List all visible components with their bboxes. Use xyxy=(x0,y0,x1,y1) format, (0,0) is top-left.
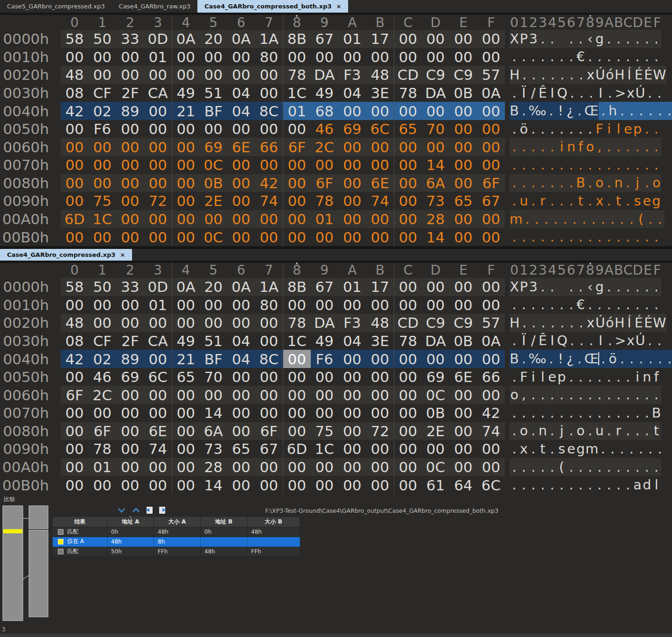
ascii-char[interactable]: . xyxy=(595,458,604,476)
ascii-char[interactable]: . xyxy=(585,156,595,174)
ascii-char[interactable]: . xyxy=(529,386,538,404)
ascii-char[interactable]: . xyxy=(655,84,664,102)
hex-byte[interactable]: 1A xyxy=(255,30,283,48)
ascii-char[interactable]: . xyxy=(567,156,576,174)
hex-byte[interactable]: 72 xyxy=(144,192,172,210)
hex-byte[interactable]: 00 xyxy=(227,48,255,66)
ascii-char[interactable]: ‹ xyxy=(585,30,595,48)
ascii-char[interactable]: . xyxy=(546,102,556,120)
hex-byte[interactable]: 42 xyxy=(61,350,89,368)
hex-byte[interactable]: 00 xyxy=(227,386,255,404)
ascii-char[interactable]: . xyxy=(576,278,585,296)
hex-byte[interactable]: 00 xyxy=(338,440,366,458)
hex-byte[interactable]: 58 xyxy=(61,30,89,48)
ascii-char[interactable]: . xyxy=(576,120,585,138)
hex-byte[interactable]: 00 xyxy=(255,120,283,138)
ascii-char[interactable]: . xyxy=(547,120,557,138)
ascii-char[interactable]: . xyxy=(519,102,528,120)
hex-byte[interactable]: 00 xyxy=(394,228,422,246)
goto-in-file-a-button[interactable] xyxy=(147,507,153,514)
ascii-char[interactable]: . xyxy=(529,48,538,66)
ascii-char[interactable]: . xyxy=(587,84,596,102)
hex-byte[interactable]: 00 xyxy=(311,156,339,174)
hex-byte[interactable]: CA xyxy=(144,84,172,102)
hex-byte[interactable]: 00 xyxy=(200,314,228,332)
ascii-char[interactable]: . xyxy=(623,296,633,314)
ascii-char[interactable]: . xyxy=(576,314,586,332)
previous-difference-button[interactable] xyxy=(132,507,140,513)
hex-byte[interactable]: 00 xyxy=(338,422,366,440)
hex-byte[interactable]: 00 xyxy=(144,102,172,120)
ascii-char[interactable]: o xyxy=(576,422,585,440)
hex-byte[interactable]: 00 xyxy=(449,386,477,404)
ascii-char[interactable]: . xyxy=(567,386,576,404)
hex-byte[interactable]: 00 xyxy=(144,174,172,192)
hex-byte[interactable]: 08 xyxy=(61,332,89,350)
ascii-char[interactable]: . xyxy=(567,30,576,48)
hex-byte[interactable]: 00 xyxy=(172,296,200,314)
ascii-char[interactable]: . xyxy=(623,368,633,386)
ascii-char[interactable]: . xyxy=(577,84,586,102)
hex-byte[interactable]: 00 xyxy=(144,458,172,476)
hex-byte[interactable]: 00 xyxy=(394,278,422,296)
ascii-char[interactable]: . xyxy=(651,228,661,246)
ascii-char[interactable]: s xyxy=(633,192,642,210)
hex-byte[interactable]: 00 xyxy=(172,66,200,84)
ascii-char[interactable]: . xyxy=(567,296,576,314)
ascii-char[interactable]: ‰ xyxy=(529,350,546,368)
hex-byte[interactable]: 00 xyxy=(449,120,477,138)
ascii-char[interactable]: . xyxy=(614,30,623,48)
ascii-char[interactable]: . xyxy=(576,386,585,404)
ascii-char[interactable]: . xyxy=(585,120,595,138)
hex-byte[interactable]: 00 xyxy=(283,350,311,368)
minimap-diff-marker[interactable] xyxy=(3,529,22,533)
hex-byte[interactable]: 00 xyxy=(394,458,422,476)
hex-byte[interactable]: 6C xyxy=(144,368,172,386)
ascii-char[interactable]: p xyxy=(633,120,642,138)
hex-byte[interactable]: 00 xyxy=(144,404,172,422)
ascii-char[interactable]: x xyxy=(586,66,595,84)
ascii-char[interactable]: 3 xyxy=(529,278,538,296)
hex-byte[interactable]: 00 xyxy=(394,368,422,386)
ascii-char[interactable]: . xyxy=(646,210,655,228)
hex-byte[interactable]: 00 xyxy=(422,30,450,48)
hex-byte[interactable]: 00 xyxy=(283,458,311,476)
ascii-char[interactable]: . xyxy=(519,296,528,314)
hex-byte[interactable]: 66 xyxy=(477,368,505,386)
hex-byte[interactable]: 0D xyxy=(144,30,172,48)
hex-byte[interactable]: 00 xyxy=(449,422,477,440)
minimap-bar-b-bottom[interactable] xyxy=(29,530,48,617)
hex-byte[interactable]: 6F xyxy=(283,138,311,156)
ascii-char[interactable]: Œ xyxy=(584,350,599,368)
hex-byte[interactable]: 00 xyxy=(116,476,144,494)
hex-byte[interactable]: 00 xyxy=(338,404,366,422)
ascii-char[interactable]: Œ xyxy=(584,102,599,120)
ascii-char[interactable]: , xyxy=(595,138,604,156)
ascii-char[interactable]: W xyxy=(653,66,666,84)
ascii-char[interactable]: W xyxy=(653,314,666,332)
ascii-char[interactable]: . xyxy=(510,120,519,138)
ascii-char[interactable]: . xyxy=(557,156,566,174)
hex-byte[interactable]: 00 xyxy=(422,296,450,314)
hex-byte[interactable]: 00 xyxy=(172,138,200,156)
hex-byte[interactable]: 00 xyxy=(338,368,366,386)
hex-byte[interactable]: 00 xyxy=(394,350,422,368)
ascii-char[interactable]: . xyxy=(547,174,557,192)
hex-byte[interactable]: 0A xyxy=(172,278,200,296)
ascii-char[interactable]: Ú xyxy=(595,66,605,84)
ascii-char[interactable]: . xyxy=(567,422,576,440)
ascii-char[interactable]: I xyxy=(596,84,605,102)
hex-byte[interactable]: 00 xyxy=(366,138,394,156)
ascii-char[interactable]: . xyxy=(547,476,557,494)
ascii-char[interactable]: . xyxy=(558,314,567,332)
ascii-char[interactable]: g xyxy=(595,30,604,48)
hex-byte[interactable]: 6F xyxy=(311,174,339,192)
ascii-char[interactable]: . xyxy=(510,192,519,210)
ascii-char[interactable]: . xyxy=(557,174,566,192)
ascii-char[interactable]: . xyxy=(633,30,642,48)
result-cell[interactable]: 仅在 A xyxy=(53,537,107,547)
result-cell[interactable]: 匹配 xyxy=(53,527,107,537)
hex-byte[interactable]: 00 xyxy=(422,102,450,120)
ascii-char[interactable]: . xyxy=(510,228,519,246)
ascii-char[interactable]: . xyxy=(510,476,519,494)
